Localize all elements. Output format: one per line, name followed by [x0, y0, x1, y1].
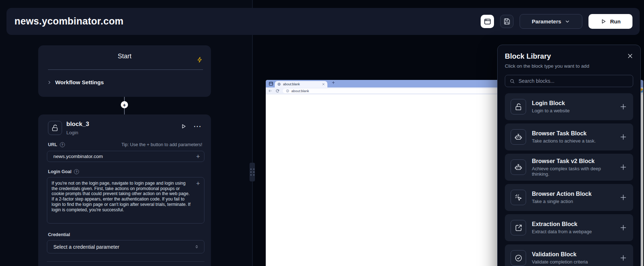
reload-icon[interactable]: [275, 89, 279, 93]
tab-title: about:blank: [283, 82, 320, 86]
login-block-card[interactable]: block_3 Login ⋯ URL ? Tip: Use the + but…: [38, 114, 211, 266]
block-type-icon-box: [48, 121, 62, 135]
parameters-button[interactable]: Parameters: [520, 14, 582, 29]
card-divider: [47, 261, 204, 262]
block-library-panel: Block Library Click on the block type yo…: [497, 45, 641, 266]
extract-icon: [511, 220, 526, 235]
help-icon[interactable]: ?: [60, 142, 65, 147]
card-divider: [48, 69, 203, 70]
search-box[interactable]: [505, 75, 633, 87]
robot-icon: [511, 159, 526, 175]
credential-label: Credential: [48, 232, 70, 237]
workflow-title: news.ycombinator.com: [14, 16, 124, 27]
help-icon[interactable]: ?: [74, 169, 79, 174]
block-library-subtitle: Click on the block type you want to add: [505, 63, 633, 69]
library-item-description: Take a single action: [532, 199, 592, 204]
run-block-button[interactable]: [180, 123, 187, 130]
back-arrow-icon[interactable]: [268, 89, 272, 93]
library-item-description: Validate completion criteria: [532, 259, 588, 265]
cursor-click-icon: [511, 190, 526, 205]
check-circle-icon: [511, 250, 526, 266]
login-goal-textarea[interactable]: If you're not on the login page, navigat…: [47, 177, 204, 224]
globe-icon: [277, 82, 281, 86]
workflow-settings-toggle[interactable]: Workflow Settings: [47, 79, 104, 86]
library-item-browser-task[interactable]: Browser Task Block Take actions to achie…: [505, 123, 633, 150]
play-icon: [600, 18, 606, 24]
run-button[interactable]: Run: [588, 14, 632, 29]
library-item-login[interactable]: Login Block Login to a website: [505, 93, 633, 120]
url-add-parameter-button[interactable]: +: [196, 153, 200, 160]
block-library-list: Login Block Login to a website Browser T…: [505, 93, 633, 266]
tab-close-icon[interactable]: [322, 83, 325, 86]
library-item-description: Take actions to achieve a task.: [532, 138, 596, 144]
library-item-description: Achieve complex tasks with deep thinking…: [532, 166, 613, 177]
url-label: URL: [48, 142, 57, 147]
library-item-description: Extract data from a webpage: [532, 229, 592, 234]
panel-resize-handle[interactable]: [250, 163, 255, 181]
lock-open-icon: [51, 124, 59, 132]
add-block-button[interactable]: [619, 254, 627, 262]
add-block-button[interactable]: [619, 163, 627, 171]
lightning-icon: [197, 57, 203, 63]
save-button[interactable]: [500, 15, 513, 28]
library-item-browser-task-v2[interactable]: Browser Task v2 Block Achieve complex ta…: [505, 154, 633, 181]
search-input[interactable]: [519, 78, 628, 84]
address-text: about:blank: [291, 89, 309, 93]
top-bar-actions: Parameters Run: [481, 14, 632, 29]
library-item-title: Browser Task Block: [532, 130, 596, 137]
credential-select[interactable]: Select a credential parameter: [47, 240, 204, 253]
save-icon: [503, 18, 511, 25]
run-button-label: Run: [610, 18, 621, 24]
library-item-title: Browser Action Block: [532, 191, 592, 197]
add-block-node-button[interactable]: +: [121, 101, 128, 108]
credential-select-value: Select a credential parameter: [53, 244, 119, 250]
block-menu-button[interactable]: ⋯: [193, 122, 202, 130]
block-library-title: Block Library: [505, 52, 551, 60]
parameters-tip-text: Tip: Use the + button to add parameters!: [122, 142, 202, 147]
library-item-browser-action[interactable]: Browser Action Block Take a single actio…: [505, 184, 633, 211]
chevron-down-icon: [565, 19, 570, 24]
login-goal-label: Login Goal: [48, 169, 71, 174]
close-icon[interactable]: [627, 53, 633, 59]
info-icon[interactable]: [286, 89, 289, 93]
goal-add-parameter-button[interactable]: +: [196, 180, 200, 187]
library-item-description: Login to a website: [532, 108, 570, 113]
url-label-row: URL ? Tip: Use the + button to add param…: [48, 142, 202, 147]
library-item-title: Validation Block: [532, 251, 588, 258]
chevrons-up-down-icon: [194, 244, 199, 249]
window-icon: [269, 81, 273, 86]
library-item-extraction[interactable]: Extraction Block Extract data from a web…: [505, 214, 633, 241]
top-bar: news.ycombinator.com Parameters: [6, 8, 640, 35]
block-type-label: Login: [66, 130, 78, 135]
block-name: block_3: [66, 121, 89, 128]
grip-dots-icon: [250, 168, 255, 176]
add-block-button[interactable]: [619, 103, 627, 111]
library-item-validation[interactable]: Validation Block Validate completion cri…: [505, 244, 633, 266]
add-block-button[interactable]: [619, 133, 627, 141]
add-block-button[interactable]: [619, 193, 627, 202]
url-input[interactable]: [47, 151, 204, 162]
library-item-title: Browser Task v2 Block: [532, 158, 613, 164]
lock-open-icon: [511, 99, 526, 114]
start-node-card[interactable]: Start Workflow Settings: [38, 45, 211, 97]
panel-divider: [252, 0, 253, 266]
search-icon: [510, 78, 515, 84]
chevron-right-icon: [47, 80, 52, 85]
add-block-button[interactable]: [619, 224, 627, 232]
block-card-actions: ⋯: [180, 122, 202, 130]
browser-window-icon: [484, 18, 491, 26]
browser-view-button[interactable]: [481, 15, 494, 28]
library-item-title: Extraction Block: [532, 221, 592, 227]
workflow-settings-label: Workflow Settings: [55, 79, 104, 86]
browser-tab[interactable]: about:blank: [275, 81, 327, 87]
start-node-title: Start: [38, 53, 211, 60]
new-tab-button[interactable]: [331, 81, 335, 85]
credential-label-row: Credential: [48, 232, 202, 237]
robot-icon: [511, 129, 526, 145]
parameters-button-label: Parameters: [532, 18, 561, 24]
login-goal-label-row: Login Goal ?: [48, 169, 202, 174]
app-root: news.ycombinator.com Parameters: [0, 0, 644, 266]
library-item-title: Login Block: [532, 100, 570, 107]
